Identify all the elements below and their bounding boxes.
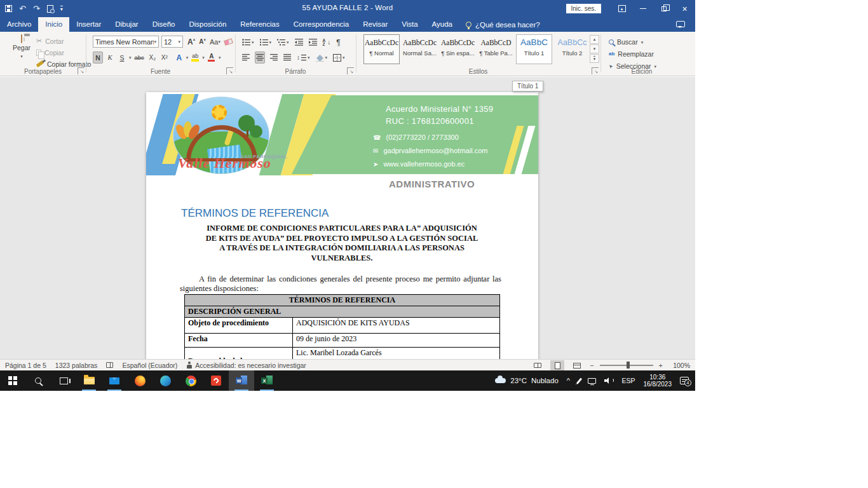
style-sin-espaciado[interactable]: AaBbCcDc¶ Sin espa...: [440, 34, 476, 64]
style-titulo-2[interactable]: AaBbCcTítulo 2: [554, 34, 590, 64]
style-table-paragraph[interactable]: AaBbCcD¶ Table Pa...: [478, 34, 514, 64]
hidden-icons-chevron[interactable]: ^: [567, 377, 570, 384]
keyboard-language[interactable]: ESP: [621, 377, 635, 384]
document-page[interactable]: Acuerdo Ministerial N° 1359 RUC : 176812…: [146, 92, 538, 359]
align-right-button[interactable]: [269, 51, 278, 64]
change-case-button[interactable]: Aa▾: [208, 36, 222, 48]
italic-button[interactable]: K: [105, 51, 115, 64]
text-effects-button[interactable]: A: [174, 51, 184, 64]
tab-insertar[interactable]: Insertar: [69, 17, 108, 32]
strikethrough-button[interactable]: abc: [133, 51, 146, 64]
network-icon[interactable]: [588, 378, 596, 384]
clear-formatting-button[interactable]: [222, 36, 234, 48]
font-name-dropdown-icon[interactable]: ▾: [154, 39, 156, 44]
increase-indent-button[interactable]: [308, 36, 318, 48]
styles-scroll-up-button[interactable]: ▴: [590, 35, 599, 44]
close-button[interactable]: ×: [674, 0, 695, 17]
styles-scroll-down-button[interactable]: ▾: [590, 44, 599, 53]
highlight-caret-icon[interactable]: ▾: [202, 55, 205, 60]
align-left-button[interactable]: [241, 51, 250, 64]
pen-icon[interactable]: [576, 377, 582, 384]
document-canvas[interactable]: Acuerdo Ministerial N° 1359 RUC : 176812…: [0, 77, 695, 359]
chrome-button[interactable]: [178, 370, 203, 391]
volume-icon[interactable]: [604, 377, 613, 384]
minimize-button[interactable]: [632, 0, 653, 17]
font-color-caret-icon[interactable]: ▾: [219, 55, 221, 60]
excel-taskbar-button[interactable]: X: [254, 370, 280, 391]
accessibility-status[interactable]: Accesibilidad: es necesario investigar: [186, 362, 306, 369]
styles-dialog-launcher[interactable]: ↘: [592, 67, 599, 74]
edge-button[interactable]: [153, 370, 178, 391]
tell-me-box[interactable]: ¿Qué desea hacer?: [459, 17, 546, 32]
file-explorer-button[interactable]: [76, 370, 102, 391]
language-indicator[interactable]: Español (Ecuador): [122, 362, 177, 369]
mail-button[interactable]: [102, 370, 127, 391]
font-size-dropdown-icon[interactable]: ▾: [178, 39, 180, 44]
tab-revisar[interactable]: Revisar: [356, 17, 395, 32]
firefox-button[interactable]: [127, 370, 153, 391]
zoom-in-button[interactable]: +: [659, 362, 663, 369]
tab-inicio[interactable]: Inicio: [38, 17, 69, 32]
web-layout-button[interactable]: [570, 360, 584, 370]
tab-correspondencia[interactable]: Correspondencia: [287, 17, 356, 32]
tab-disposicion[interactable]: Disposición: [182, 17, 233, 32]
comments-icon[interactable]: [676, 21, 685, 27]
zoom-out-button[interactable]: −: [590, 362, 593, 369]
taskbar-search-button[interactable]: [25, 370, 51, 391]
print-layout-button[interactable]: [550, 360, 564, 370]
justify-button[interactable]: [283, 51, 292, 64]
sign-in-button[interactable]: Inic. ses.: [566, 4, 601, 13]
proofing-icon[interactable]: [106, 362, 113, 368]
font-color-button[interactable]: A: [207, 51, 217, 64]
paste-button[interactable]: Pegar ▾: [8, 35, 36, 59]
restore-button[interactable]: [653, 0, 674, 17]
shrink-font-button[interactable]: A▾: [197, 36, 208, 48]
decrease-indent-button[interactable]: [294, 36, 304, 48]
ribbon-display-options-button[interactable]: ▴: [611, 0, 632, 17]
clock[interactable]: 10:36 16/8/2023: [644, 374, 672, 388]
read-mode-button[interactable]: [531, 360, 545, 370]
zoom-level[interactable]: 100%: [668, 362, 690, 369]
subscript-button[interactable]: X₂: [147, 51, 158, 64]
notification-center-icon[interactable]: 4: [680, 377, 689, 384]
font-dialog-launcher[interactable]: ↘: [226, 67, 233, 74]
find-button[interactable]: Buscar ▾: [609, 37, 643, 47]
text-effects-caret-icon[interactable]: ▾: [186, 55, 189, 60]
styles-more-button[interactable]: ▾: [590, 54, 599, 63]
bullet-list-button[interactable]: ▾: [241, 36, 255, 48]
grow-font-button[interactable]: A▴: [186, 36, 197, 48]
clipboard-dialog-launcher[interactable]: ↘: [78, 67, 85, 74]
word-count[interactable]: 1323 palabras: [55, 362, 98, 369]
show-marks-button[interactable]: ¶: [336, 36, 341, 48]
page-indicator[interactable]: Página 1 de 5: [5, 362, 46, 369]
shading-button[interactable]: ▾: [315, 51, 329, 64]
line-spacing-button[interactable]: ↕▾: [296, 51, 311, 64]
superscript-button[interactable]: X²: [159, 51, 170, 64]
font-name-combo[interactable]: Times New Roman ▾: [93, 36, 159, 48]
paste-dropdown-icon[interactable]: ▾: [20, 54, 23, 58]
tab-diseno[interactable]: Diseño: [146, 17, 182, 32]
replace-button[interactable]: ab Reemplazar: [609, 49, 654, 59]
tab-ayuda[interactable]: Ayuda: [425, 17, 459, 32]
paragraph-dialog-launcher[interactable]: ↘: [347, 67, 354, 74]
weather-widget[interactable]: 23°C Nublado: [495, 377, 559, 384]
underline-caret-icon[interactable]: ▾: [129, 55, 132, 60]
cut-button[interactable]: ✂ Cortar: [36, 36, 64, 46]
multilevel-list-button[interactable]: ▾: [276, 36, 290, 48]
sort-button[interactable]: AZ↓: [322, 36, 332, 48]
style-normal-sa[interactable]: AaBbCcDcNormal Sa...: [402, 34, 438, 64]
tab-archivo[interactable]: Archivo: [0, 17, 38, 32]
numbered-list-button[interactable]: ▾: [259, 36, 273, 48]
bold-button[interactable]: N: [93, 51, 103, 64]
start-button[interactable]: [0, 370, 25, 391]
tab-vista[interactable]: Vista: [395, 17, 424, 32]
borders-button[interactable]: ▾: [332, 51, 346, 64]
word-taskbar-button[interactable]: W: [229, 370, 254, 391]
acrobat-button[interactable]: [203, 370, 229, 391]
zoom-slider-handle[interactable]: [627, 362, 630, 369]
zoom-slider[interactable]: [600, 365, 653, 366]
copy-button[interactable]: Copiar: [36, 48, 64, 57]
task-view-button[interactable]: [51, 370, 76, 391]
style-titulo-1[interactable]: AaBbCTítulo 1: [516, 34, 552, 64]
tab-referencias[interactable]: Referencias: [233, 17, 286, 32]
